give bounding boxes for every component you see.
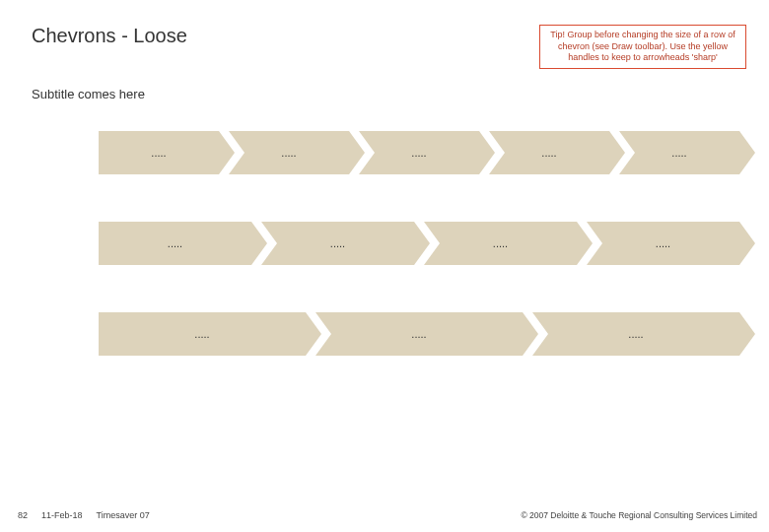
chevron-rows: ........................................… [0,101,769,356]
chevron-item: ..... [532,312,739,356]
footer-date: 11-Feb-18 [41,510,83,520]
chevron-item: ..... [261,222,414,265]
chevron-item: ..... [229,131,349,174]
chevron-item: ..... [424,222,577,265]
subtitle: Subtitle comes here [0,69,769,101]
chevron-item: ..... [489,131,609,174]
chevron-row: .................... [99,222,739,265]
page-title: Chevrons - Loose [32,25,187,47]
tip-callout: Tip! Group before changing the size of a… [539,25,746,69]
chevron-item: ..... [587,222,739,265]
footer-project: Timesaver 07 [97,510,150,520]
chevron-item: ..... [99,312,306,356]
footer: 82 11-Feb-18 Timesaver 07 © 2007 Deloitt… [0,510,769,520]
chevron-item: ..... [315,312,523,356]
chevron-item: ..... [619,131,739,174]
chevron-item: ..... [359,131,479,174]
chevron-row: ............... [99,312,739,356]
page-number: 82 [18,510,28,520]
chevron-row: ......................... [99,131,739,174]
chevron-item: ..... [99,222,251,265]
footer-copyright: © 2007 Deloitte & Touche Regional Consul… [521,510,757,520]
chevron-item: ..... [99,131,219,174]
